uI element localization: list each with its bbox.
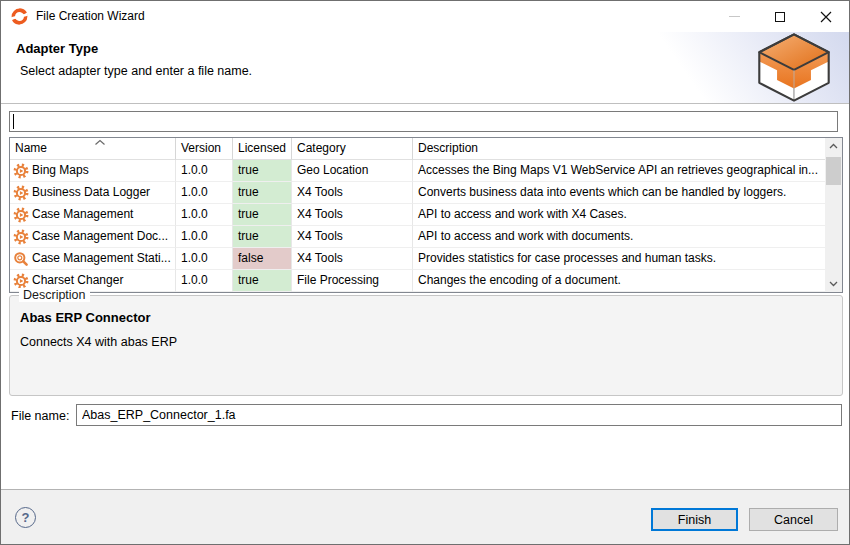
row-description: API to access and work with X4 Cases.	[413, 204, 825, 226]
table-row[interactable]: Charset Changer 1.0.0 true File Processi…	[10, 270, 825, 292]
maximize-icon	[775, 12, 785, 22]
row-name-label: Case Management	[32, 204, 133, 225]
table-row[interactable]: Case Management Stati... 1.0.0 false X4 …	[10, 248, 825, 270]
gear-adapter-icon	[13, 207, 29, 223]
row-licensed: true	[233, 204, 292, 226]
row-category: X4 Tools	[292, 226, 413, 248]
file-creation-wizard-dialog: File Creation Wizard Adapter Type Select…	[0, 0, 850, 545]
row-category: File Processing	[292, 270, 413, 292]
help-button[interactable]: ?	[15, 507, 36, 528]
finish-button[interactable]: Finish	[651, 508, 738, 531]
column-header-name[interactable]: Name	[10, 138, 176, 160]
row-category: Geo Location	[292, 160, 413, 182]
filter-field-wrap	[9, 111, 838, 132]
text-caret	[13, 114, 14, 129]
cancel-button[interactable]: Cancel	[749, 508, 838, 531]
row-name-label: Case Management Doc...	[32, 226, 168, 247]
sort-ascending-icon	[94, 139, 106, 146]
row-description: Converts business data into events which…	[413, 182, 825, 204]
row-description: Provides statistics for case processes a…	[413, 248, 825, 270]
row-name-label: Bing Maps	[32, 160, 89, 181]
scrollbar-up-button[interactable]	[825, 138, 842, 154]
wizard-banner: Adapter Type Select adapter type and ent…	[1, 32, 849, 104]
row-category: X4 Tools	[292, 248, 413, 270]
filter-input[interactable]	[9, 111, 838, 132]
window-controls	[711, 1, 849, 32]
row-version: 1.0.0	[176, 248, 233, 270]
description-group: Description Abas ERP Connector Connects …	[9, 295, 843, 396]
table-row[interactable]: Case Management 1.0.0 true X4 Tools API …	[10, 204, 825, 226]
table-row[interactable]: Bing Maps 1.0.0 true Geo Location Access…	[10, 160, 825, 182]
table-body: Bing Maps 1.0.0 true Geo Location Access…	[10, 160, 842, 292]
minimize-button[interactable]	[711, 1, 757, 32]
scrollbar-thumb[interactable]	[826, 157, 841, 185]
x4-cube-logo	[750, 32, 838, 103]
row-description: Accesses the Bing Maps V1 WebService API…	[413, 160, 825, 182]
selected-adapter-title: Abas ERP Connector	[20, 310, 151, 325]
file-name-label: File name:	[11, 409, 69, 423]
row-licensed: true	[233, 270, 292, 292]
chevron-down-icon	[829, 281, 838, 287]
gear-adapter-icon	[13, 229, 29, 245]
selected-adapter-description: Connects X4 with abas ERP	[20, 335, 177, 349]
magnifier-statistics-icon	[13, 251, 29, 267]
close-icon	[820, 11, 832, 23]
window-title: File Creation Wizard	[36, 9, 145, 23]
table-row[interactable]: Case Management Doc... 1.0.0 true X4 Too…	[10, 226, 825, 248]
x4-app-logo-icon	[11, 8, 28, 25]
question-mark-icon: ?	[22, 510, 30, 525]
row-licensed: false	[233, 248, 292, 270]
file-name-input[interactable]	[76, 404, 842, 426]
gear-adapter-icon	[13, 185, 29, 201]
column-header-name-label: Name	[15, 138, 47, 159]
page-title: Adapter Type	[16, 41, 98, 56]
row-version: 1.0.0	[176, 226, 233, 248]
row-licensed: true	[233, 226, 292, 248]
column-header-licensed[interactable]: Licensed	[233, 138, 292, 160]
vertical-scrollbar[interactable]	[825, 138, 842, 292]
row-description: API to access and work with documents.	[413, 226, 825, 248]
row-name-label: Business Data Logger	[32, 182, 150, 203]
row-version: 1.0.0	[176, 204, 233, 226]
adapter-table: Name Version Licensed Category Descripti…	[9, 137, 843, 293]
minimize-icon	[729, 16, 740, 17]
table-header: Name Version Licensed Category Descripti…	[10, 138, 825, 160]
row-licensed: true	[233, 182, 292, 204]
chevron-up-icon	[829, 143, 838, 149]
row-category: X4 Tools	[292, 204, 413, 226]
row-licensed: true	[233, 160, 292, 182]
column-header-description[interactable]: Description	[413, 138, 825, 160]
scrollbar-down-button[interactable]	[825, 276, 842, 292]
page-subtitle: Select adapter type and enter a file nam…	[20, 64, 252, 78]
row-category: X4 Tools	[292, 182, 413, 204]
table-row[interactable]: Business Data Logger 1.0.0 true X4 Tools…	[10, 182, 825, 204]
column-header-version[interactable]: Version	[176, 138, 233, 160]
gear-adapter-icon	[13, 273, 29, 289]
row-name-label: Case Management Stati...	[32, 248, 171, 269]
row-description: Changes the encoding of a document.	[413, 270, 825, 292]
row-version: 1.0.0	[176, 160, 233, 182]
row-version: 1.0.0	[176, 182, 233, 204]
column-header-category[interactable]: Category	[292, 138, 413, 160]
title-bar: File Creation Wizard	[1, 1, 849, 32]
gear-adapter-icon	[13, 163, 29, 179]
row-version: 1.0.0	[176, 270, 233, 292]
description-group-label: Description	[19, 288, 90, 302]
maximize-button[interactable]	[757, 1, 803, 32]
button-bar: ? Finish Cancel	[1, 489, 849, 544]
close-button[interactable]	[803, 1, 849, 32]
